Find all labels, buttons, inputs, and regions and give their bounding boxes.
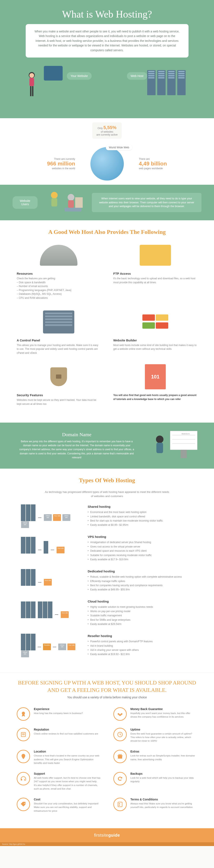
box-other: Other site <box>21 651 29 657</box>
feat-heading: Security Features <box>17 393 101 397</box>
crit-heading: Reputation <box>34 728 98 731</box>
feat-ftp: FTP Access It's the basic technology use… <box>113 242 198 300</box>
svg-rect-8 <box>68 200 74 208</box>
website-users-label: Website Users <box>12 196 38 209</box>
svg-rect-27 <box>118 802 122 807</box>
domain-title: Domain Name <box>12 432 141 437</box>
stats-section: Only 5,55% of websites are currently act… <box>0 118 214 185</box>
users-description: When internet users want to view your we… <box>92 193 202 212</box>
brand-thin: firstsite <box>94 833 108 837</box>
pages-sub: web pages worldwide <box>139 167 202 170</box>
svg-rect-9 <box>65 208 81 212</box>
hosting-types-section: As technology has progressed different t… <box>0 490 214 673</box>
hangar-icon <box>40 245 77 266</box>
crit-body: How long has the company been in busines… <box>34 712 83 715</box>
crit-heading: Money Back Guarantee <box>131 707 198 711</box>
types-title: Types Of Web Hosting <box>0 469 214 490</box>
crit-heading: Support <box>34 772 101 775</box>
bullet: – Programming languages (PHP, ASP.NET, J… <box>17 288 101 292</box>
crit-reputation: ReputationCheck online reviews to find o… <box>17 728 101 743</box>
crit-extras: ExtrasLook for extras such as SimpleScri… <box>113 750 198 765</box>
types-intro: As technology has progressed different t… <box>44 490 170 498</box>
domain-body: Before we jump into the different types … <box>19 439 135 460</box>
bullet: Economical and the most basic web hostin… <box>88 510 193 514</box>
pages-lead: There are <box>139 158 202 160</box>
bullet: Dedicated space and resources to each VP… <box>88 549 193 553</box>
feat-resources: Resources Check the features you are get… <box>17 242 101 300</box>
crit-heading: Experience <box>34 707 83 711</box>
svg-rect-16 <box>181 450 187 458</box>
whiteboard-illustration: Brainstorm <box>147 429 202 462</box>
web-host-label: Web Host <box>127 72 147 80</box>
bullet: Highly scalable solution to meet growing… <box>88 605 193 609</box>
crit-body: All web hosts offer support, but it's be… <box>34 776 101 790</box>
page-title: What is Web Hosting? <box>12 8 202 20</box>
type-heading: Shared hosting <box>88 505 193 508</box>
bullet: Suitable for companies receiving moderat… <box>88 553 193 557</box>
percent-sub2: are currently active <box>97 133 117 136</box>
svg-point-17 <box>156 436 164 443</box>
good-host-title: A Good Web Host Also Provides The Follow… <box>0 220 214 242</box>
box-other: Other site <box>58 644 66 650</box>
crit-heading: Location <box>34 750 101 753</box>
percent-sub1: of websites <box>101 130 113 133</box>
svg-rect-6 <box>51 198 57 207</box>
pages-count-box: There are 4,49 billion web pages worldwi… <box>139 158 202 170</box>
bullet: Easily available at $49.95– $55.9/m <box>88 587 193 592</box>
svg-point-1 <box>29 73 34 78</box>
crit-support: SupportAll web hosts offer support, but … <box>17 772 101 790</box>
feat-heading: Website Builder <box>113 339 198 342</box>
crit-body: Shouldn't be your only consideration, bu… <box>34 802 101 813</box>
forklift-icon <box>140 245 171 266</box>
shield-icon <box>50 367 67 386</box>
feat-heading: FTP Access <box>113 272 198 275</box>
bullet: – Number of email accounts <box>17 284 101 288</box>
crit-body: Choose a host that's located in the same… <box>34 754 101 765</box>
handshake-icon <box>113 707 127 721</box>
bullet: Aid in brand building <box>88 644 193 648</box>
lego-icon <box>113 308 198 336</box>
feat-body: Check the features you are getting: <box>17 277 101 281</box>
feat-body: This allows you to manage your hosting a… <box>17 343 101 355</box>
feat-knowledge-base: 101 You will also find that good web hos… <box>113 363 198 406</box>
websites-sub: websites in the world <box>12 167 75 170</box>
your-website-label: Your Website <box>67 72 92 80</box>
before-signing-intro: BEFORE SIGNING UP WITH A WEB HOST, YOU S… <box>0 673 214 701</box>
crit-location: LocationChoose a host that's located in … <box>17 750 101 765</box>
svg-rect-24 <box>118 756 122 759</box>
svg-point-19 <box>22 712 25 715</box>
bullet: Best for start-ups to maintain low-moder… <box>88 519 193 523</box>
bullet: – CPU and RAM allocations <box>17 296 101 300</box>
bullet: Easily available at $19.92– $22.9/m <box>88 652 193 656</box>
svg-point-5 <box>51 192 58 198</box>
ribbon-icon <box>17 707 30 721</box>
bullet: Efficiently manage traffic spikes <box>88 579 193 583</box>
crit-terms: Terms & ConditionsAlways read this! Make… <box>113 798 198 813</box>
bullet: Easily available at $0.95– $2.95/m <box>88 523 193 527</box>
globe-icon <box>91 147 124 181</box>
bullet: – Disk space & bandwidth <box>17 281 101 284</box>
box-you: Your site <box>57 547 65 553</box>
good-host-features: Resources Check the features you are get… <box>0 242 214 423</box>
crit-experience: ExperienceHow long has the company been … <box>17 707 101 721</box>
source-line: Source: http://goo.gl/IDiC3u <box>0 842 214 846</box>
book-icon: 101 <box>145 364 166 389</box>
lock-icon <box>56 374 61 379</box>
pin-icon <box>17 750 30 763</box>
svg-rect-18 <box>156 443 163 453</box>
bullet: Robust, scalable & flexible web hosting … <box>88 575 193 579</box>
person-with-monitor-illustration <box>25 64 63 110</box>
type-heading: Cloud hosting <box>88 599 193 603</box>
feat-body: It's the basic technology used to upload… <box>113 277 198 284</box>
feat-body: You will also find that good web hosts u… <box>113 393 198 401</box>
percent-value: 5,55% <box>103 125 116 130</box>
feat-body: Most web hosts include some kind of site… <box>113 343 198 351</box>
brand-footer: firstsiteguide <box>0 828 214 842</box>
gift-icon <box>113 750 127 763</box>
cloud-illustration: — Your site <box>21 601 79 624</box>
crit-cost: CostShouldn't be your only consideration… <box>17 798 101 813</box>
server-racks-illustration <box>147 70 189 108</box>
users-band: Website Users When internet users want t… <box>0 185 214 220</box>
box-other: Other site <box>21 521 29 528</box>
box-other: Other site <box>44 514 52 521</box>
